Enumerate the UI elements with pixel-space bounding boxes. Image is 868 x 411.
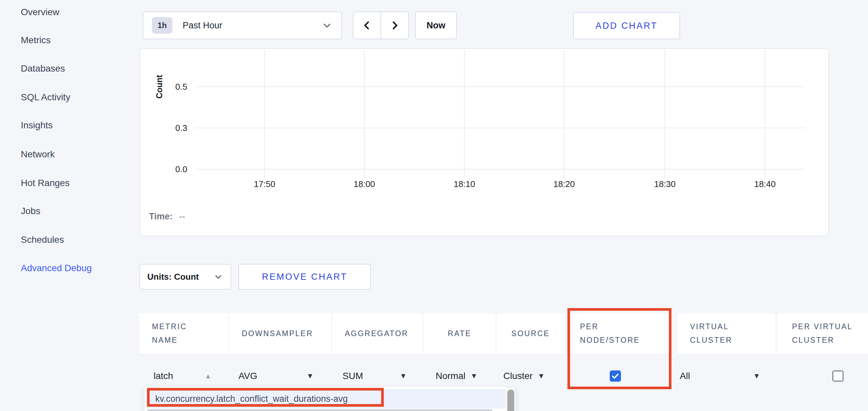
column-header-aggregator: AGGREGATOR: [332, 313, 423, 353]
time-readout-value: --: [179, 211, 185, 221]
time-step-buttons: [353, 11, 409, 39]
column-header-virtual-cluster: VIRTUAL CLUSTER: [677, 313, 775, 353]
time-range-label: Past Hour: [183, 21, 222, 31]
hover-time-readout: Time:--: [149, 209, 185, 224]
column-header-per-virtual-cluster: PER VIRTUAL CLUSTER: [777, 313, 868, 353]
sidebar-item-advanced-debug[interactable]: Advanced Debug: [21, 261, 92, 275]
dropdown-horizontal-scrollbar-thumb[interactable]: [147, 409, 492, 411]
units-label: Units: Count: [147, 272, 199, 282]
y-tick-label: 0.3: [140, 122, 187, 134]
remove-chart-button[interactable]: REMOVE CHART: [239, 264, 371, 289]
sidebar-item-sql-activity[interactable]: SQL Activity: [21, 91, 70, 104]
triangle-up-icon: ▲: [205, 365, 211, 387]
x-tick-label: 18:20: [541, 178, 587, 190]
x-tick-label: 18:10: [441, 178, 488, 190]
next-time-button[interactable]: [381, 11, 409, 39]
sidebar-item-insights[interactable]: Insights: [21, 118, 53, 132]
column-header-source: SOURCE: [497, 313, 564, 353]
x-tick-label: 18:00: [341, 178, 388, 190]
advanced-debug-custom-chart-page: { "sidebar": { "items": [ {"label": "Ove…: [0, 0, 868, 411]
triangle-down-icon: ▼: [307, 365, 314, 387]
source-select-value: Cluster: [503, 365, 533, 387]
x-tick-label: 18:40: [742, 178, 788, 190]
y-tick-label: 0.0: [140, 163, 187, 175]
rate-select-value: Normal: [436, 365, 465, 387]
triangle-down-icon: ▼: [470, 365, 477, 387]
per-node-store-checkbox[interactable]: [610, 370, 621, 382]
checkmark-icon: [611, 372, 620, 380]
triangle-down-icon: ▼: [400, 365, 407, 387]
time-window-badge: 1h: [152, 17, 173, 34]
chevron-down-icon: [213, 272, 223, 282]
custom-chart-panel: Count 0.5 0.3 0.0 17:50 18:00 18:10 18:2…: [140, 48, 829, 236]
virtual-cluster-select[interactable]: All: [680, 365, 690, 387]
sidebar-item-schedules[interactable]: Schedules: [21, 233, 64, 247]
sidebar-item-network[interactable]: Network: [21, 147, 55, 161]
time-range-selector[interactable]: 1h Past Hour: [143, 11, 342, 39]
sidebar-item-databases[interactable]: Databases: [21, 62, 65, 75]
aggregator-select[interactable]: SUM: [342, 365, 363, 387]
dropdown-scrollbar-track: [506, 387, 516, 411]
y-tick-label: 0.5: [140, 81, 187, 93]
metric-autocomplete-dropdown: kv.concurrency.latch_conflict_wait_durat…: [144, 386, 516, 411]
triangle-down-icon: ▼: [538, 365, 545, 387]
rate-select[interactable]: Normal ▼: [436, 365, 477, 387]
source-select[interactable]: Cluster ▼: [503, 365, 545, 387]
units-selector[interactable]: Units: Count: [140, 264, 231, 289]
add-chart-button[interactable]: ADD CHART: [573, 12, 680, 39]
column-header-downsampler: DOWNSAMPLER: [229, 313, 331, 353]
x-tick-label: 18:30: [642, 178, 688, 190]
triangle-down-icon: ▼: [753, 365, 760, 387]
prev-time-button[interactable]: [353, 11, 381, 39]
column-header-rate: RATE: [424, 313, 495, 353]
column-header-per-node-store: PER NODE/STORE: [567, 313, 672, 353]
x-tick-label: 17:50: [242, 178, 288, 190]
column-header-metric-name: METRIC NAME: [140, 313, 228, 353]
time-readout-label: Time:: [149, 211, 173, 221]
chevron-left-icon: [361, 20, 373, 31]
sidebar-item-metrics[interactable]: Metrics: [21, 33, 51, 47]
chevron-down-icon: [321, 20, 333, 31]
downsampler-select[interactable]: AVG: [239, 365, 257, 387]
sidebar-item-hot-ranges[interactable]: Hot Ranges: [21, 176, 70, 190]
metric-suggestion-item[interactable]: kv.concurrency.latch_conflict_wait_durat…: [146, 389, 505, 409]
metric-name-input[interactable]: latch: [154, 365, 173, 387]
sidebar-item-jobs[interactable]: Jobs: [21, 204, 40, 218]
sidebar-item-overview[interactable]: Overview: [21, 5, 59, 19]
per-virtual-cluster-checkbox[interactable]: [832, 370, 843, 382]
dropdown-scrollbar-thumb[interactable]: [507, 389, 514, 411]
now-button[interactable]: Now: [415, 11, 457, 39]
plot-hover-area[interactable]: [195, 50, 804, 179]
chevron-right-icon: [389, 20, 401, 31]
